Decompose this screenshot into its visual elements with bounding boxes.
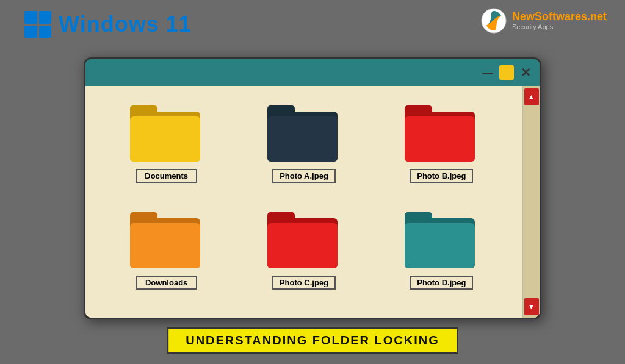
folder-photo-d-label: Photo D.jpeg [410, 276, 473, 290]
folder-photo-d[interactable]: Photo D.jpeg [379, 205, 504, 305]
win-logo-sq4 [39, 26, 52, 38]
main-window: — ✕ Documents [84, 57, 541, 319]
caption-text: UNDERSTANDING FOLDER LOCKING [186, 334, 439, 347]
windows-logo [24, 11, 51, 38]
folder-photo-a-label: Photo A.jpeg [272, 169, 336, 183]
windows-title: Windows 11 [59, 12, 192, 37]
folder-photo-c-label: Photo C.jpeg [272, 276, 336, 290]
caption-bar: UNDERSTANDING FOLDER LOCKING [167, 327, 458, 354]
folder-downloads[interactable]: Downloads [104, 205, 229, 305]
svg-rect-17 [405, 212, 432, 224]
folder-photo-b-icon [402, 98, 481, 165]
win-logo-sq3 [24, 26, 37, 38]
folder-documents-icon [127, 98, 206, 165]
folder-grid: Documents Photo A.jpeg [85, 86, 522, 318]
svg-rect-2 [130, 105, 157, 118]
brand-text-block: NewSoftwares.net Security Apps [512, 10, 607, 32]
svg-rect-18 [405, 223, 475, 268]
newsoftwares-icon [480, 7, 507, 34]
folder-photo-d-icon [402, 205, 481, 272]
svg-rect-14 [267, 212, 295, 224]
svg-rect-8 [405, 105, 432, 118]
svg-rect-5 [267, 105, 295, 118]
newsoftwares-logo: NewSoftwares.net Security Apps [480, 7, 607, 34]
close-button[interactable]: ✕ [519, 66, 532, 79]
scroll-down-button[interactable]: ▼ [524, 298, 539, 315]
folder-photo-c[interactable]: Photo C.jpeg [241, 205, 366, 305]
brand-name-main: NewSoftwares [512, 10, 587, 23]
folder-photo-a[interactable]: Photo A.jpeg [241, 98, 366, 199]
folder-documents-label: Documents [136, 169, 197, 183]
window-scrollbar: ▲ ▼ [522, 86, 540, 318]
svg-rect-6 [267, 116, 338, 162]
window-titlebar: — ✕ [85, 59, 540, 86]
window-body: Documents Photo A.jpeg [85, 86, 540, 318]
folder-photo-c-icon [264, 205, 344, 272]
folder-photo-b-label: Photo B.jpeg [410, 169, 473, 183]
svg-rect-11 [130, 212, 157, 224]
maximize-button[interactable] [499, 65, 514, 80]
windows-brand: Windows 11 [24, 11, 192, 38]
folder-downloads-label: Downloads [136, 276, 197, 290]
brand-name: NewSoftwares.net [512, 10, 607, 24]
win-logo-sq1 [24, 11, 37, 24]
svg-rect-3 [130, 116, 200, 162]
brand-name-net: .net [587, 10, 607, 23]
win-logo-sq2 [39, 11, 52, 24]
svg-rect-12 [130, 223, 200, 268]
minimize-button[interactable]: — [481, 66, 494, 79]
folder-photo-a-icon [264, 98, 344, 165]
brand-sub: Security Apps [512, 23, 607, 31]
folder-photo-b[interactable]: Photo B.jpeg [379, 98, 504, 199]
scroll-up-button[interactable]: ▲ [524, 88, 539, 105]
folder-downloads-icon [127, 205, 206, 272]
folder-documents[interactable]: Documents [104, 98, 229, 199]
svg-rect-9 [405, 116, 475, 162]
svg-rect-15 [267, 223, 338, 268]
